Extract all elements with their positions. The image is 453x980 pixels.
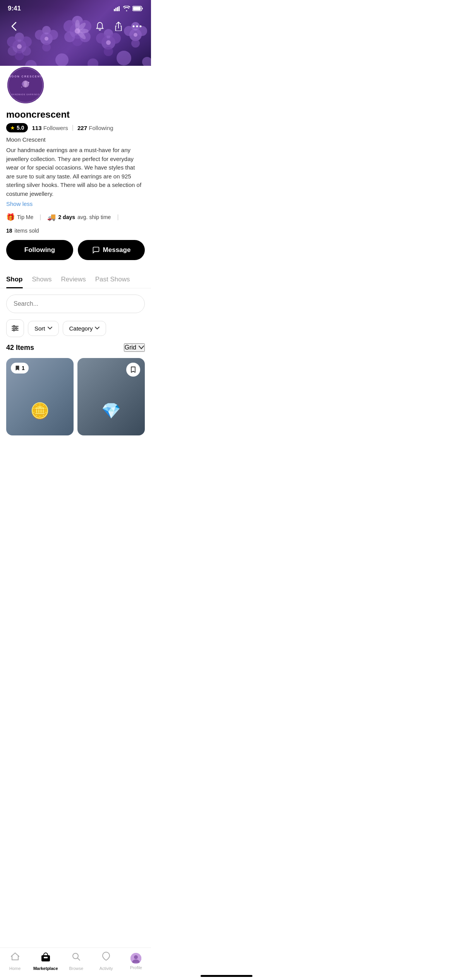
message-label: Message (103, 246, 131, 254)
search-container (0, 295, 151, 319)
tab-past-shows[interactable]: Past Shows (95, 276, 130, 288)
tab-reviews[interactable]: Reviews (61, 276, 86, 288)
product-card-1[interactable]: 1 (6, 358, 74, 435)
items-header: 42 Items Grid (0, 343, 151, 358)
avatar-container: Moon Crescent Handmade Earrings (6, 66, 145, 105)
following-count: 227 (77, 125, 87, 131)
category-label: Category (69, 325, 93, 332)
bookmark-outline-icon (130, 366, 136, 373)
bookmark-badge-1: 1 (11, 363, 29, 373)
avatar: Moon Crescent Handmade Earrings (6, 66, 45, 105)
sort-button[interactable]: Sort (28, 321, 59, 336)
info-divider-2: | (117, 214, 118, 221)
sort-label: Sort (34, 325, 45, 332)
grid-chevron-icon (139, 346, 144, 350)
profile-section: Moon Crescent Handmade Earrings mooncres… (0, 66, 151, 276)
more-button[interactable] (130, 19, 144, 33)
svg-point-45 (45, 37, 48, 41)
nav-bar (0, 0, 151, 37)
svg-point-38 (117, 51, 131, 65)
stat-divider-1: | (72, 124, 74, 131)
svg-point-47 (106, 40, 111, 45)
svg-point-9 (7, 36, 18, 47)
ship-time-label: avg. ship time (77, 214, 111, 220)
items-count: 42 Items (6, 344, 34, 352)
svg-point-49 (133, 26, 135, 27)
svg-point-17 (42, 43, 51, 51)
following-label: Following (89, 125, 113, 131)
svg-point-51 (140, 26, 142, 27)
stats-row: ★ 5.0 113 Followers | 227 Following (6, 123, 145, 132)
back-button[interactable] (7, 19, 21, 33)
svg-point-29 (104, 47, 113, 56)
svg-point-12 (8, 46, 17, 56)
tip-me-item: 🎁 Tip Me (6, 213, 33, 221)
svg-point-8 (21, 36, 32, 47)
tip-icon: 🎁 (6, 213, 15, 221)
items-sold-value: 18 (6, 228, 12, 234)
svg-point-36 (55, 53, 69, 67)
search-input-wrapper[interactable] (6, 295, 145, 313)
svg-point-44 (17, 44, 22, 49)
ship-icon: 🚚 (47, 213, 56, 221)
message-icon (92, 246, 100, 254)
items-sold-item: 18 items sold (6, 228, 39, 234)
message-button[interactable]: Message (78, 240, 145, 260)
followers-label: Followers (43, 125, 68, 131)
avatar-circle-border (8, 68, 43, 103)
bookmark-button-2[interactable] (126, 363, 140, 377)
notification-button[interactable] (93, 19, 107, 33)
ship-time-item: 🚚 2 days avg. ship time (47, 213, 111, 221)
ship-time-value: 2 days (58, 214, 75, 220)
tab-shows[interactable]: Shows (32, 276, 52, 288)
grid-toggle-button[interactable]: Grid (124, 343, 145, 352)
following-stat: 227 Following (77, 125, 113, 131)
action-buttons: Following Message (6, 240, 145, 260)
svg-point-60 (13, 329, 15, 331)
info-divider-1: | (39, 214, 41, 221)
product-card-2[interactable] (77, 358, 145, 435)
rating-value: 5.0 (17, 125, 24, 131)
tip-me-label: Tip Me (17, 214, 33, 220)
rating-badge: ★ 5.0 (6, 123, 28, 132)
shop-description: Our handmade earrings are a must-have fo… (6, 146, 145, 198)
svg-point-34 (131, 39, 140, 48)
star-icon: ★ (10, 125, 15, 131)
avatar-inner: Moon Crescent Handmade Earrings (7, 67, 44, 103)
sliders-icon (11, 325, 19, 332)
svg-point-50 (136, 26, 138, 27)
svg-point-58 (13, 326, 15, 327)
bookmark-count-1: 1 (22, 365, 25, 371)
tab-shop[interactable]: Shop (6, 276, 23, 288)
category-button[interactable]: Category (63, 321, 106, 336)
search-input[interactable] (14, 300, 137, 307)
share-button[interactable] (112, 19, 125, 33)
filter-row: Sort Category (0, 319, 151, 343)
svg-point-11 (22, 46, 31, 56)
grid-label: Grid (125, 344, 136, 351)
tabs: Shop Shows Reviews Past Shows (0, 276, 151, 288)
category-chevron-icon (95, 327, 100, 330)
filter-icon-button[interactable] (6, 319, 24, 337)
product-grid: 1 (0, 358, 151, 435)
svg-point-59 (15, 327, 17, 329)
bookmark-filled-icon (15, 365, 20, 371)
info-row: 🎁 Tip Me | 🚚 2 days avg. ship time | 18 … (6, 213, 145, 234)
following-button[interactable]: Following (6, 240, 73, 260)
nav-right-icons (93, 19, 144, 33)
sort-chevron-icon (48, 327, 52, 330)
followers-stat: 113 Followers (32, 125, 68, 131)
followers-count: 113 (32, 125, 41, 131)
items-sold-label: items sold (15, 228, 39, 234)
shop-full-name: Moon Crescent (6, 136, 145, 143)
show-less-button[interactable]: Show less (6, 200, 33, 207)
shop-name: mooncrescent (6, 109, 145, 120)
